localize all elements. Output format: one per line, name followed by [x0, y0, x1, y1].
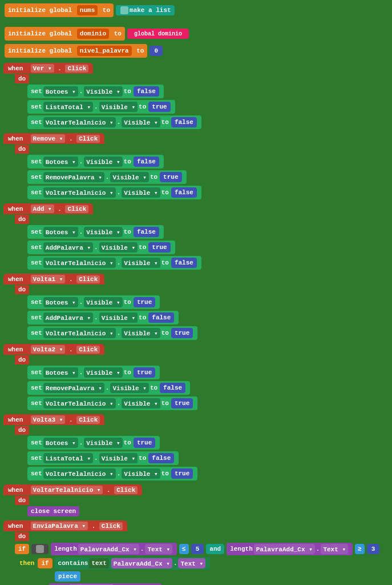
when-ver-section: when Ver ▾ . Click do set Botoes ▾ . Vis… — [3, 63, 389, 130]
when-volta2-block[interactable]: when Volta2 ▾ . Click — [3, 344, 104, 355]
set-botoes-vis-false[interactable]: set Botoes ▾ . Visible ▾ to false — [27, 85, 164, 98]
init-nums-row: initialize global nums to make a list — [3, 3, 389, 18]
when-volta3-section: when Volta3 ▾ . Click do set Botoes ▾ . … — [3, 414, 389, 481]
when-add-block[interactable]: when Add ▾ . Click — [3, 203, 93, 214]
set-botoes2-vis-false[interactable]: set Botoes ▾ . Visible ▾ to false — [27, 155, 164, 169]
piece-block[interactable]: piece — [55, 571, 80, 582]
length-block1[interactable]: length PalavraAdd_Cx ▾ . Text ▾ — [51, 543, 177, 555]
close-screen-block[interactable]: close screen — [27, 506, 79, 516]
do-ver-label: do — [15, 74, 29, 83]
set-voltartel3-vis-false[interactable]: set VoltarTelalnicio ▾ . Visible ▾ to fa… — [27, 256, 201, 270]
set-listatotal-vis-true[interactable]: set ListaTotal ▾ . Visible ▾ to true — [27, 100, 175, 114]
then-label1: then — [19, 560, 34, 567]
if-outer-block[interactable]: if — [15, 544, 29, 554]
init-nivel-row: initialize global nivel_palavra to 0 — [3, 43, 389, 58]
init-nivel-block[interactable]: initialize global nivel_palavra to — [5, 44, 147, 58]
main-workspace: initialize global nums to make a list in… — [0, 0, 392, 585]
dominio-value[interactable]: global dominio — [127, 29, 189, 39]
lte-op[interactable]: ≤ — [179, 544, 189, 554]
make-list-block[interactable]: make a list — [116, 5, 175, 15]
socket-outer — [31, 544, 49, 554]
init-dominio-block[interactable]: initialize global dominio to — [5, 27, 125, 41]
set-addpalav-vis-true[interactable]: set AddPalavra ▾ . Visible ▾ to true — [27, 241, 175, 254]
do-add-label: do — [15, 215, 29, 224]
set-botoes5-vis-true[interactable]: set Botoes ▾ . Visible ▾ to true — [27, 366, 160, 379]
when-remove-block[interactable]: when Remove ▾ . Click — [3, 133, 104, 144]
set-listatotal2-vis-false[interactable]: set ListaTotal ▾ . Visible ▾ to false — [27, 451, 179, 465]
set-voltartel4-vis-true[interactable]: set VoltarTelalnicio ▾ . Visible ▾ to tr… — [27, 326, 197, 340]
when-envia-block[interactable]: when EnviaPalavra ▾ . Click — [3, 520, 127, 531]
init-nums-block[interactable]: initialize global nums to — [5, 3, 114, 17]
set-voltartel-vis-false[interactable]: set VoltarTelalnicio ▾ . Visible ▾ to fa… — [27, 115, 201, 129]
do-volta3-label: do — [15, 426, 29, 435]
do-volta2-label: do — [15, 355, 29, 364]
set-removepalav-vis-true[interactable]: set RemovePalavra ▾ . Visible ▾ to true — [27, 170, 187, 184]
when-voltar-block[interactable]: when VoltarTelalnicio ▾ . Click — [3, 484, 142, 495]
palavraadd-cx-text2[interactable]: PalavraAdd_Cx ▾ — [254, 544, 315, 554]
set-botoes4-vis-true[interactable]: set Botoes ▾ . Visible ▾ to true — [27, 295, 160, 309]
when-ver-block[interactable]: when Ver ▾ . Click — [3, 63, 93, 74]
socket-icon — [120, 6, 128, 14]
set-voltartel2-vis-false[interactable]: set VoltarTelalnicio ▾ . Visible ▾ to fa… — [27, 186, 201, 199]
dominio-name[interactable]: dominio — [77, 29, 109, 39]
text-prop2[interactable]: Text ▾ — [321, 544, 348, 554]
text-prop1[interactable]: Text ▾ — [145, 544, 172, 554]
do-voltar-label: do — [15, 496, 29, 505]
when-envia-section: when EnviaPalavra ▾ . Click do if length… — [3, 520, 389, 585]
when-volta3-block[interactable]: when Volta3 ▾ . Click — [3, 414, 104, 425]
when-remove-section: when Remove ▾ . Click do set Botoes ▾ . … — [3, 133, 389, 200]
do-volta1-label: do — [15, 285, 29, 294]
nums-name[interactable]: nums — [77, 5, 98, 15]
set-removepalav2-vis-false[interactable]: set RemovePalavra ▾ . Visible ▾ to false — [27, 381, 190, 395]
and-block[interactable]: and — [206, 544, 224, 554]
do-envia-label: do — [15, 532, 29, 541]
nivel-value[interactable]: 0 — [149, 46, 163, 56]
contains-block[interactable]: contains text PalavraAdd_Cx ▾ . Text ▾ — [55, 557, 211, 570]
when-volta2-section: when Volta2 ▾ . Click do set Botoes ▾ . … — [3, 344, 389, 411]
when-volta1-section: when Volta1 ▾ . Click do set Botoes ▾ . … — [3, 274, 389, 340]
set-botoes3-vis-false[interactable]: set Botoes ▾ . Visible ▾ to false — [27, 225, 164, 239]
when-add-section: when Add ▾ . Click do set Botoes ▾ . Vis… — [3, 203, 389, 270]
nivel-name[interactable]: nivel_palavra — [77, 46, 132, 56]
when-volta1-block[interactable]: when Volta1 ▾ . Click — [3, 274, 104, 285]
init-dominio-row: initialize global dominio to global domi… — [3, 26, 389, 41]
set-voltartel5-vis-true[interactable]: set VoltarTelalnicio ▾ . Visible ▾ to tr… — [27, 396, 197, 410]
set-botoes6-vis-true[interactable]: set Botoes ▾ . Visible ▾ to true — [27, 436, 160, 450]
sock1 — [36, 545, 44, 553]
palavraadd-cx-text1[interactable]: PalavraAdd_Cx ▾ — [78, 544, 139, 554]
set-addpalav2-vis-false[interactable]: set AddPalavra ▾ . Visible ▾ to false — [27, 311, 179, 324]
gte-op[interactable]: ≥ — [355, 544, 365, 554]
set-voltartel6-vis-true[interactable]: set VoltarTelalnicio ▾ . Visible ▾ to tr… — [27, 467, 197, 480]
init-label: initialize global — [8, 7, 72, 14]
val-3[interactable]: 3 — [367, 544, 380, 554]
if-inner-block[interactable]: if — [38, 558, 52, 568]
length-block2[interactable]: length PalavraAdd_Cx ▾ . Text ▾ — [227, 543, 353, 555]
when-voltar-section: when VoltarTelalnicio ▾ . Click do close… — [3, 484, 389, 517]
val-5[interactable]: 5 — [191, 544, 204, 554]
do-remove-label: do — [15, 145, 29, 154]
